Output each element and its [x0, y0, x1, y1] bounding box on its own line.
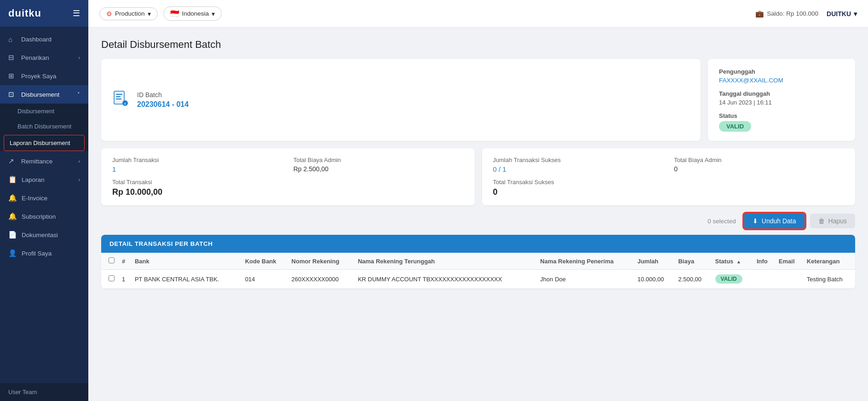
sidebar-item-laporan[interactable]: 📋 Laporan ›	[0, 170, 88, 189]
lang-selector[interactable]: 🇮🇩 Indonesia ▾	[163, 6, 222, 21]
col-status[interactable]: Status ▲	[712, 253, 753, 270]
cell-jumlah: 10.000,00	[634, 270, 675, 289]
col-email: Email	[775, 253, 803, 270]
stat-value: 0	[493, 187, 663, 197]
e-invoice-icon: 🔔	[8, 194, 17, 202]
stat-label: Total Biaya Admin	[293, 157, 464, 163]
col-nomor-rekening: Nomor Rekening	[288, 253, 354, 270]
stat-label: Jumlah Transaksi	[112, 157, 282, 163]
topbar-right: 💼 Saldo: Rp 100.000 DUITKU ▾	[755, 10, 857, 18]
cell-kode-bank: 014	[241, 270, 288, 289]
tanggal-value: 14 Jun 2023 | 16:11	[719, 99, 844, 106]
hapus-button[interactable]: 🗑 Hapus	[810, 214, 855, 228]
selected-count: 0 selected	[707, 218, 736, 225]
chevron-down-icon: ▾	[212, 10, 215, 17]
svg-rect-2	[116, 96, 121, 97]
col-nama-terunggah: Nama Rekening Terunggah	[354, 253, 536, 270]
col-kode-bank: Kode Bank	[241, 253, 288, 270]
sidebar-item-label: Subscription	[22, 213, 56, 220]
sidebar-item-disbursement[interactable]: ⊡ Disbursement ˅	[0, 85, 88, 104]
sidebar-item-label: Penarikan	[21, 54, 49, 61]
env-selector[interactable]: ⚙ Production ▾	[99, 7, 158, 20]
trash-icon: 🗑	[818, 217, 825, 225]
sidebar-item-e-invoice[interactable]: 🔔 E-Invoice	[0, 189, 88, 207]
hamburger-icon[interactable]: ☰	[73, 8, 80, 18]
logo-text: duitku	[8, 7, 41, 19]
stat-jumlah-transaksi: Jumlah Transaksi 1	[112, 157, 282, 173]
cell-biaya: 2.500,00	[674, 270, 711, 289]
stats-card-left: Jumlah Transaksi 1 Total Biaya Admin Rp …	[101, 148, 475, 205]
info-side-card: Pengunggah FAXXXX@XXAIL.COM Tanggal diun…	[708, 59, 855, 141]
cell-nama-terunggah: KR DUMMY ACCOUNT TBXXXXXXXXXXXXXXXXXX	[354, 270, 536, 289]
svg-rect-1	[116, 94, 122, 95]
sidebar-sub-menu: Disbursement Batch Disbursement Laporan …	[0, 104, 88, 151]
chevron-down-icon: ▾	[148, 10, 151, 17]
sidebar-item-label: Dashboard	[21, 36, 52, 43]
stat-label: Jumlah Transaksi Sukses	[493, 157, 663, 163]
tanggal-label: Tanggal diunggah	[719, 90, 844, 97]
row-checkbox[interactable]	[109, 275, 115, 281]
status-label: Status	[719, 112, 844, 119]
sidebar: duitku ☰ ⌂ Dashboard ⊟ Penarikan › ⊞ Pro…	[0, 0, 88, 401]
top-cards-row: ≡ ID Batch 20230614 - 014 Pengunggah FAX…	[101, 59, 855, 141]
sidebar-item-disbursement-sub[interactable]: Disbursement	[0, 104, 88, 119]
cell-keterangan: Testing Batch	[803, 270, 855, 289]
sidebar-item-laporan-disbursement[interactable]: Laporan Disbursement	[4, 135, 85, 151]
table-body: 1 PT BANK CENTRAL ASIA TBK. 014 260XXXXX…	[101, 270, 855, 289]
flag-icon: 🇮🇩	[170, 9, 179, 18]
sidebar-item-profil-saya[interactable]: 👤 Profil Saya	[0, 244, 88, 262]
balance-info: 💼 Saldo: Rp 100.000	[755, 10, 818, 18]
unduh-data-button[interactable]: ⬇ Unduh Data	[743, 213, 805, 229]
wallet-icon: 💼	[755, 10, 764, 18]
col-bank: Bank	[131, 253, 241, 270]
status-badge: VALID	[715, 274, 742, 284]
table-row: 1 PT BANK CENTRAL ASIA TBK. 014 260XXXXX…	[101, 270, 855, 289]
sidebar-item-dashboard[interactable]: ⌂ Dashboard	[0, 30, 88, 48]
subscription-icon: 🔔	[8, 212, 17, 221]
id-batch-value: 20230614 - 014	[137, 100, 189, 109]
stat-value: Rp 2.500,00	[293, 165, 464, 173]
user-label: DUITKU	[827, 10, 851, 17]
sidebar-item-penarikan[interactable]: ⊟ Penarikan ›	[0, 48, 88, 67]
remittance-icon: ↗	[8, 157, 17, 165]
cell-email	[775, 270, 803, 289]
sidebar-user-team[interactable]: User Team	[0, 383, 88, 401]
sidebar-item-label: Disbursement	[21, 91, 59, 98]
hapus-label: Hapus	[828, 217, 847, 225]
select-all-checkbox[interactable]	[109, 257, 115, 263]
stat-total-transaksi: Total Transaksi Rp 10.000,00	[112, 179, 282, 197]
col-info: Info	[753, 253, 775, 270]
select-all-header[interactable]	[101, 253, 118, 270]
sidebar-item-subscription[interactable]: 🔔 Subscription	[0, 207, 88, 226]
chevron-right-icon: ›	[78, 158, 80, 164]
stat-value: 1	[112, 165, 282, 173]
stats-row: Jumlah Transaksi 1 Total Biaya Admin Rp …	[101, 148, 855, 205]
download-icon: ⬇	[753, 217, 758, 225]
id-batch-info: ID Batch 20230614 - 014	[137, 91, 189, 109]
sidebar-item-label: Remittance	[21, 158, 52, 165]
sidebar-item-dokumentasi[interactable]: 📄 Dokumentasi	[0, 226, 88, 244]
stat-value: 0 / 1	[493, 165, 663, 173]
status-badge: VALID	[719, 121, 751, 132]
pengunggah-label: Pengunggah	[719, 68, 844, 75]
pengunggah-value: FAXXXX@XXAIL.COM	[719, 77, 844, 84]
main-content: ⚙ Production ▾ 🇮🇩 Indonesia ▾ 💼 Saldo: R…	[88, 0, 868, 401]
table-section: DETAIL TRANSAKSI PER BATCH # Bank Kode B…	[101, 235, 855, 289]
penarikan-icon: ⊟	[8, 53, 17, 62]
sidebar-nav: ⌂ Dashboard ⊟ Penarikan › ⊞ Proyek Saya …	[0, 27, 88, 383]
cell-bank: PT BANK CENTRAL ASIA TBK.	[131, 270, 241, 289]
col-keterangan: Keterangan	[803, 253, 855, 270]
content-area: Detail Disbursement Batch ≡ ID Batch	[88, 28, 868, 401]
laporan-icon: 📋	[8, 175, 17, 184]
user-info[interactable]: DUITKU ▾	[827, 10, 857, 17]
stat-label: Total Biaya Admin	[674, 157, 844, 163]
disbursement-icon: ⊡	[8, 90, 17, 99]
svg-rect-3	[116, 99, 121, 99]
sidebar-item-label: E-Invoice	[22, 195, 47, 202]
row-checkbox-cell[interactable]	[101, 270, 118, 289]
sidebar-item-batch-disbursement[interactable]: Batch Disbursement	[0, 119, 88, 134]
sidebar-item-remittance[interactable]: ↗ Remittance ›	[0, 152, 88, 170]
sidebar-item-proyek-saya[interactable]: ⊞ Proyek Saya	[0, 67, 88, 85]
unduh-label: Unduh Data	[762, 217, 796, 225]
stat-total-sukses: Total Transaksi Sukses 0	[493, 179, 663, 197]
